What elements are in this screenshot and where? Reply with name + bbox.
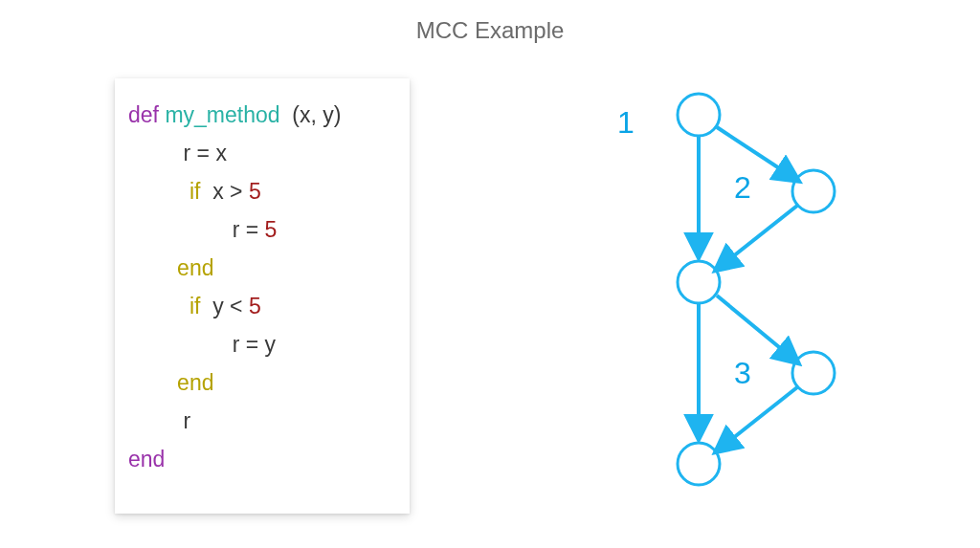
- code-line: r: [128, 402, 392, 440]
- literal-number: 5: [249, 294, 261, 318]
- code-line-end1: end: [128, 249, 392, 287]
- method-params: (x, y): [280, 102, 342, 127]
- graph-label-1: 1: [617, 105, 635, 141]
- code-line-end2: end: [128, 363, 392, 402]
- assign-text: r =: [128, 217, 265, 242]
- code-line-end-method: end: [128, 440, 392, 478]
- code-line: r = 5: [128, 210, 392, 249]
- graph-node-top: [678, 94, 720, 136]
- literal-number: 5: [265, 217, 278, 242]
- code-line: r = y: [128, 325, 392, 363]
- graph-label-2: 2: [734, 170, 751, 206]
- literal-number: 5: [249, 179, 261, 204]
- edge: [717, 296, 795, 361]
- keyword-end: end: [128, 370, 214, 395]
- graph-node-merge1: [678, 261, 720, 303]
- keyword-def: def: [128, 102, 159, 127]
- code-line-if1: if x > 5: [128, 172, 392, 210]
- if-cond-text: x >: [200, 179, 249, 204]
- graph-label-3: 3: [734, 356, 751, 391]
- edge: [719, 206, 797, 268]
- graph-node-branch2: [792, 352, 835, 394]
- code-snippet-card: def my_method (x, y) r = x if x > 5 r = …: [115, 78, 410, 514]
- keyword-if: if: [128, 179, 200, 204]
- method-name: my_method: [165, 102, 279, 127]
- if-cond-text: y <: [200, 294, 249, 318]
- graph-node-branch1: [792, 170, 835, 212]
- edge: [717, 127, 795, 179]
- code-line-if2: if y < 5: [128, 287, 392, 325]
- code-line-def: def my_method (x, y): [128, 96, 392, 134]
- edge: [719, 387, 797, 449]
- keyword-if: if: [128, 294, 200, 318]
- flow-graph: 1 2 3: [526, 77, 928, 516]
- keyword-end: end: [128, 447, 165, 471]
- page-title: MCC Example: [0, 17, 980, 44]
- code-line: r = x: [128, 134, 392, 172]
- graph-node-bottom: [678, 443, 720, 485]
- keyword-end: end: [128, 255, 214, 280]
